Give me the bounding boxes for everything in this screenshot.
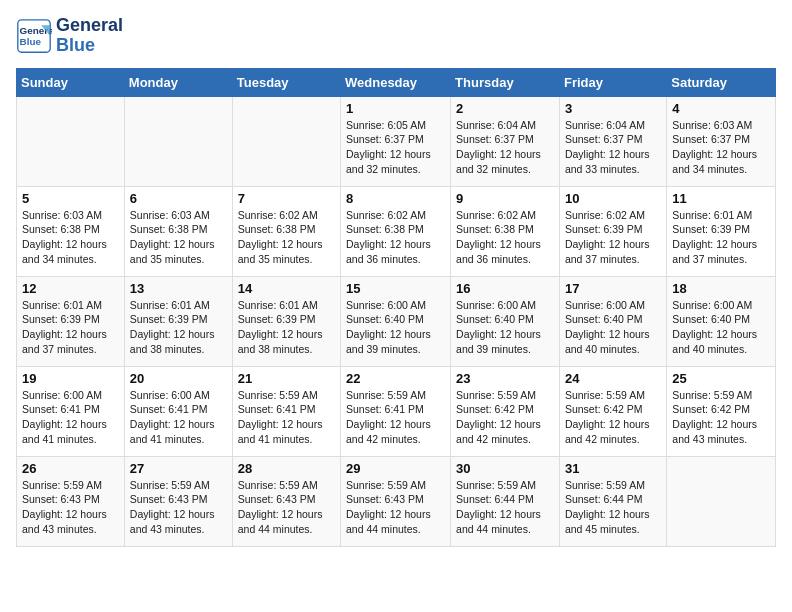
header-tuesday: Tuesday (232, 68, 340, 96)
day-info: Sunrise: 6:03 AMSunset: 6:38 PMDaylight:… (130, 208, 227, 267)
calendar-cell: 25Sunrise: 5:59 AMSunset: 6:42 PMDayligh… (667, 366, 776, 456)
day-number: 3 (565, 101, 661, 116)
day-info: Sunrise: 5:59 AMSunset: 6:44 PMDaylight:… (565, 478, 661, 537)
day-info: Sunrise: 5:59 AMSunset: 6:43 PMDaylight:… (130, 478, 227, 537)
day-number: 10 (565, 191, 661, 206)
day-info: Sunrise: 6:02 AMSunset: 6:38 PMDaylight:… (346, 208, 445, 267)
calendar-cell: 24Sunrise: 5:59 AMSunset: 6:42 PMDayligh… (559, 366, 666, 456)
calendar-cell: 8Sunrise: 6:02 AMSunset: 6:38 PMDaylight… (341, 186, 451, 276)
day-info: Sunrise: 5:59 AMSunset: 6:43 PMDaylight:… (22, 478, 119, 537)
day-number: 20 (130, 371, 227, 386)
logo: General Blue General Blue (16, 16, 123, 56)
calendar-cell: 4Sunrise: 6:03 AMSunset: 6:37 PMDaylight… (667, 96, 776, 186)
day-number: 15 (346, 281, 445, 296)
logo-blue: Blue (56, 36, 123, 56)
calendar-cell (17, 96, 125, 186)
day-info: Sunrise: 6:00 AMSunset: 6:40 PMDaylight:… (565, 298, 661, 357)
day-number: 9 (456, 191, 554, 206)
day-info: Sunrise: 5:59 AMSunset: 6:42 PMDaylight:… (565, 388, 661, 447)
svg-text:Blue: Blue (20, 36, 42, 47)
calendar-cell: 18Sunrise: 6:00 AMSunset: 6:40 PMDayligh… (667, 276, 776, 366)
day-info: Sunrise: 6:01 AMSunset: 6:39 PMDaylight:… (130, 298, 227, 357)
calendar-header-row: SundayMondayTuesdayWednesdayThursdayFrid… (17, 68, 776, 96)
day-info: Sunrise: 6:00 AMSunset: 6:40 PMDaylight:… (672, 298, 770, 357)
header-wednesday: Wednesday (341, 68, 451, 96)
day-info: Sunrise: 5:59 AMSunset: 6:43 PMDaylight:… (346, 478, 445, 537)
calendar-cell: 7Sunrise: 6:02 AMSunset: 6:38 PMDaylight… (232, 186, 340, 276)
calendar-cell: 12Sunrise: 6:01 AMSunset: 6:39 PMDayligh… (17, 276, 125, 366)
calendar-cell (667, 456, 776, 546)
calendar-table: SundayMondayTuesdayWednesdayThursdayFrid… (16, 68, 776, 547)
calendar-week-5: 26Sunrise: 5:59 AMSunset: 6:43 PMDayligh… (17, 456, 776, 546)
day-info: Sunrise: 6:00 AMSunset: 6:41 PMDaylight:… (22, 388, 119, 447)
calendar-cell: 1Sunrise: 6:05 AMSunset: 6:37 PMDaylight… (341, 96, 451, 186)
page-header: General Blue General Blue (16, 16, 776, 56)
day-number: 30 (456, 461, 554, 476)
calendar-week-2: 5Sunrise: 6:03 AMSunset: 6:38 PMDaylight… (17, 186, 776, 276)
calendar-cell: 31Sunrise: 5:59 AMSunset: 6:44 PMDayligh… (559, 456, 666, 546)
day-number: 28 (238, 461, 335, 476)
day-number: 4 (672, 101, 770, 116)
header-sunday: Sunday (17, 68, 125, 96)
day-number: 21 (238, 371, 335, 386)
calendar-cell: 22Sunrise: 5:59 AMSunset: 6:41 PMDayligh… (341, 366, 451, 456)
calendar-cell: 20Sunrise: 6:00 AMSunset: 6:41 PMDayligh… (124, 366, 232, 456)
day-info: Sunrise: 6:01 AMSunset: 6:39 PMDaylight:… (238, 298, 335, 357)
day-number: 8 (346, 191, 445, 206)
calendar-cell: 3Sunrise: 6:04 AMSunset: 6:37 PMDaylight… (559, 96, 666, 186)
day-info: Sunrise: 6:04 AMSunset: 6:37 PMDaylight:… (565, 118, 661, 177)
day-info: Sunrise: 5:59 AMSunset: 6:41 PMDaylight:… (238, 388, 335, 447)
day-number: 31 (565, 461, 661, 476)
day-info: Sunrise: 5:59 AMSunset: 6:41 PMDaylight:… (346, 388, 445, 447)
header-monday: Monday (124, 68, 232, 96)
day-number: 14 (238, 281, 335, 296)
calendar-cell: 19Sunrise: 6:00 AMSunset: 6:41 PMDayligh… (17, 366, 125, 456)
calendar-week-1: 1Sunrise: 6:05 AMSunset: 6:37 PMDaylight… (17, 96, 776, 186)
day-number: 18 (672, 281, 770, 296)
calendar-cell: 23Sunrise: 5:59 AMSunset: 6:42 PMDayligh… (451, 366, 560, 456)
header-thursday: Thursday (451, 68, 560, 96)
day-info: Sunrise: 6:00 AMSunset: 6:41 PMDaylight:… (130, 388, 227, 447)
calendar-cell: 29Sunrise: 5:59 AMSunset: 6:43 PMDayligh… (341, 456, 451, 546)
day-info: Sunrise: 6:01 AMSunset: 6:39 PMDaylight:… (22, 298, 119, 357)
calendar-week-3: 12Sunrise: 6:01 AMSunset: 6:39 PMDayligh… (17, 276, 776, 366)
day-info: Sunrise: 5:59 AMSunset: 6:42 PMDaylight:… (672, 388, 770, 447)
day-number: 26 (22, 461, 119, 476)
day-number: 19 (22, 371, 119, 386)
day-number: 5 (22, 191, 119, 206)
calendar-cell: 10Sunrise: 6:02 AMSunset: 6:39 PMDayligh… (559, 186, 666, 276)
day-info: Sunrise: 5:59 AMSunset: 6:44 PMDaylight:… (456, 478, 554, 537)
day-number: 27 (130, 461, 227, 476)
day-number: 24 (565, 371, 661, 386)
day-info: Sunrise: 6:03 AMSunset: 6:37 PMDaylight:… (672, 118, 770, 177)
day-number: 11 (672, 191, 770, 206)
calendar-cell: 30Sunrise: 5:59 AMSunset: 6:44 PMDayligh… (451, 456, 560, 546)
day-number: 22 (346, 371, 445, 386)
day-info: Sunrise: 6:00 AMSunset: 6:40 PMDaylight:… (456, 298, 554, 357)
day-number: 16 (456, 281, 554, 296)
calendar-cell (124, 96, 232, 186)
day-number: 6 (130, 191, 227, 206)
day-number: 23 (456, 371, 554, 386)
calendar-cell: 21Sunrise: 5:59 AMSunset: 6:41 PMDayligh… (232, 366, 340, 456)
calendar-cell: 17Sunrise: 6:00 AMSunset: 6:40 PMDayligh… (559, 276, 666, 366)
calendar-cell: 5Sunrise: 6:03 AMSunset: 6:38 PMDaylight… (17, 186, 125, 276)
day-info: Sunrise: 6:05 AMSunset: 6:37 PMDaylight:… (346, 118, 445, 177)
logo-icon: General Blue (16, 18, 52, 54)
day-number: 2 (456, 101, 554, 116)
day-info: Sunrise: 6:02 AMSunset: 6:38 PMDaylight:… (456, 208, 554, 267)
header-saturday: Saturday (667, 68, 776, 96)
calendar-cell: 11Sunrise: 6:01 AMSunset: 6:39 PMDayligh… (667, 186, 776, 276)
header-friday: Friday (559, 68, 666, 96)
calendar-cell: 13Sunrise: 6:01 AMSunset: 6:39 PMDayligh… (124, 276, 232, 366)
day-info: Sunrise: 6:02 AMSunset: 6:39 PMDaylight:… (565, 208, 661, 267)
day-info: Sunrise: 6:04 AMSunset: 6:37 PMDaylight:… (456, 118, 554, 177)
day-number: 25 (672, 371, 770, 386)
calendar-cell: 2Sunrise: 6:04 AMSunset: 6:37 PMDaylight… (451, 96, 560, 186)
calendar-cell: 28Sunrise: 5:59 AMSunset: 6:43 PMDayligh… (232, 456, 340, 546)
day-info: Sunrise: 6:03 AMSunset: 6:38 PMDaylight:… (22, 208, 119, 267)
calendar-cell: 6Sunrise: 6:03 AMSunset: 6:38 PMDaylight… (124, 186, 232, 276)
logo-general: General (56, 16, 123, 36)
day-number: 13 (130, 281, 227, 296)
day-number: 7 (238, 191, 335, 206)
